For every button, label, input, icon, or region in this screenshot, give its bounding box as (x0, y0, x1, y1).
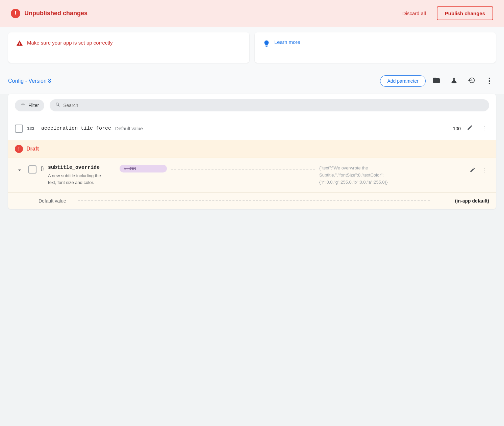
filter-icon (20, 102, 26, 109)
banner-actions: Discard all Publish changes (397, 6, 493, 20)
warning-card: Make sure your app is set up correctly (8, 32, 249, 63)
learn-more-card: Learn more (255, 32, 496, 63)
edit-button[interactable] (465, 123, 475, 134)
draft-param-actions: ⋮ (468, 165, 489, 186)
condition-area: is iOS (120, 165, 167, 186)
draft-more-button[interactable]: ⋮ (479, 165, 489, 176)
more-vert-icon: ⋮ (485, 77, 493, 85)
folder-icon (432, 76, 440, 86)
warning-card-icon (16, 40, 23, 48)
json-type-icon: {} (41, 165, 44, 186)
search-bar[interactable] (50, 99, 489, 111)
draft-param-value-area: {"text":"We overwrote the Subtitle.","fo… (319, 165, 463, 186)
folder-button[interactable] (430, 74, 443, 88)
more-options-button[interactable]: ⋮ (482, 74, 496, 88)
bulb-icon (263, 40, 270, 49)
chevron-down-button[interactable] (15, 165, 24, 186)
draft-label: Draft (26, 146, 39, 152)
param-name: acceleration_tile_force (41, 126, 111, 131)
main-content: Filter 123 acceleration_tile_force Defau… (8, 94, 496, 209)
filter-bar: Filter (8, 94, 496, 117)
param-more-button[interactable]: ⋮ (479, 123, 489, 134)
publish-changes-button[interactable]: Publish changes (437, 6, 493, 20)
search-icon (55, 102, 60, 109)
draft-param-checkbox[interactable] (28, 165, 36, 174)
history-icon (468, 77, 475, 86)
learn-more-text[interactable]: Learn more (274, 39, 300, 45)
acceleration-tile-force-row: 123 acceleration_tile_force Default valu… (8, 117, 496, 140)
filter-label: Filter (28, 103, 39, 108)
draft-param-row: {} subtitle_override A new subtitle incl… (8, 158, 496, 193)
warning-card-text: Make sure your app is set up correctly (27, 39, 112, 46)
config-header: Config - Version 8 Add parameter ⋮ (0, 68, 504, 94)
unpublished-banner: ! Unpublished changes Discard all Publis… (0, 0, 504, 27)
param-checkbox[interactable] (15, 125, 23, 133)
history-button[interactable] (465, 74, 478, 88)
draft-param-strikethrough-value: {"text":"We overwrote the Subtitle.","fo… (319, 165, 387, 186)
draft-alert-icon: ! (15, 145, 23, 153)
config-title: Config - Version 8 (8, 78, 380, 84)
default-value-label: Default value (115, 126, 430, 131)
condition-dashed-line (171, 169, 315, 169)
draft-default-dashed-line (78, 201, 430, 201)
condition-tag[interactable]: is iOS (120, 165, 167, 172)
draft-header: ! Draft (8, 140, 496, 158)
banner-title: Unpublished changes (24, 10, 87, 17)
flask-button[interactable] (447, 74, 461, 88)
flask-icon (450, 77, 458, 86)
draft-default-row: Default value (in-app default) (8, 193, 496, 209)
draft-section: ! Draft {} subtitle_override A new subti… (8, 140, 496, 209)
alert-icon: ! (11, 9, 20, 18)
draft-param-info: subtitle_override A new subtitle includi… (48, 165, 116, 186)
draft-param-name: subtitle_override (48, 165, 116, 170)
discard-all-button[interactable]: Discard all (397, 8, 431, 19)
in-app-default-value: (in-app default) (435, 198, 489, 204)
add-parameter-button[interactable]: Add parameter (380, 75, 426, 87)
param-value: 100 (434, 126, 461, 131)
banner-left: ! Unpublished changes (11, 9, 397, 18)
config-actions: Add parameter ⋮ (380, 74, 496, 88)
draft-param-desc: A new subtitle including the text, font … (48, 172, 109, 186)
filter-button[interactable]: Filter (15, 100, 44, 111)
search-input[interactable] (63, 103, 484, 108)
draft-default-value-label: Default value (39, 198, 72, 204)
draft-edit-button[interactable] (468, 165, 478, 177)
number-type-icon: 123 (27, 126, 37, 131)
cards-row: Make sure your app is set up correctly L… (0, 27, 504, 68)
